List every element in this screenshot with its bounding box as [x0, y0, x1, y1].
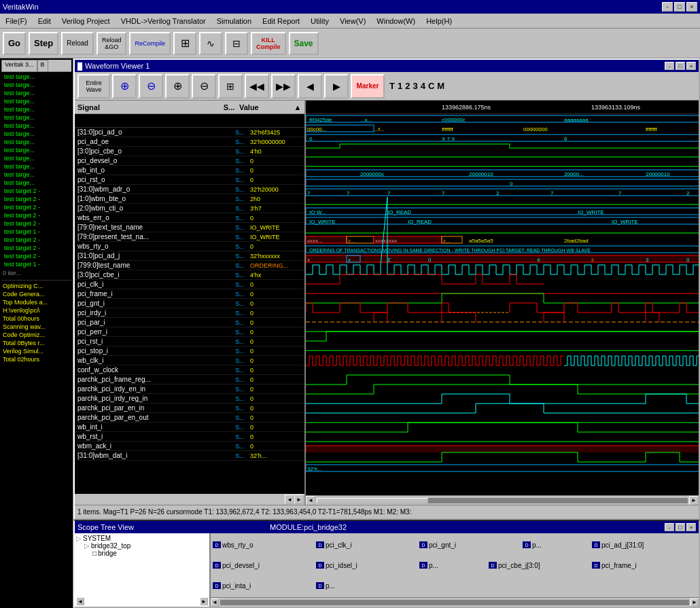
signal-row[interactable]: wb_int_oS...0 [75, 166, 304, 175]
signal-row[interactable]: parchk_pci_frame_reg...S...0 [75, 375, 304, 385]
wave-display[interactable]: 133962886.175ns 133963133.109ns 13396338… [306, 101, 699, 505]
scope-tree-bridge[interactable]: □ bridge [84, 550, 208, 557]
signal-row[interactable]: parchk_pci_irdy_en_inS...0 [75, 385, 304, 394]
scope-tree-system[interactable]: ▷ SYSTEM [76, 535, 208, 542]
go-button[interactable]: Go [3, 32, 26, 55]
toolbar-btn-6[interactable]: ⊟ [225, 32, 248, 55]
menu-edit[interactable]: Edit [35, 16, 54, 26]
scope-sig-name[interactable]: pci_frame_i [601, 562, 637, 569]
signal-row[interactable]: [31:0]wbm_adr_oS...32'h20000 [75, 185, 304, 194]
list-item[interactable]: test targe... [3, 162, 70, 171]
minimize-button[interactable]: - [662, 2, 673, 12]
close-button[interactable]: × [686, 2, 697, 12]
signal-row[interactable]: [31:0]wbm_dat_iS...32'h... [75, 451, 304, 461]
list-item[interactable]: test target 2 - [3, 211, 70, 219]
maximize-button[interactable]: □ [674, 2, 685, 12]
scope-tree-scroll-left[interactable]: ◄ [76, 597, 84, 605]
menu-vhdl-translator[interactable]: VHDL->Verilog Translator [118, 16, 209, 26]
zoom-out2-button[interactable]: ⊖ [192, 74, 216, 99]
reload-button[interactable]: Reload [61, 32, 94, 55]
scope-sig-name[interactable]: pci_inta_i [222, 582, 251, 590]
list-item[interactable]: test target 2 - [3, 236, 70, 244]
wave-scroll-left[interactable]: ◄ [306, 496, 315, 505]
wave-svg-container[interactable]: 6f3425de ...x... c000000c aaaaaaaa c0000… [306, 114, 699, 495]
scope-sig-name[interactable]: pci_gnt_i [429, 541, 456, 549]
list-item[interactable]: test targe... [3, 138, 70, 146]
wave-hscrollbar[interactable]: ◄ ► [306, 495, 699, 505]
signal-row[interactable]: wb_rst_iS...0 [75, 432, 304, 442]
menu-utility[interactable]: Utility [308, 16, 332, 26]
next-next-button[interactable]: ▶▶ [271, 74, 296, 99]
scope-scroll-left[interactable]: ◄ [211, 598, 219, 607]
signal-row[interactable]: pci_gnt_iS...0 [75, 299, 304, 308]
list-item[interactable]: test target 1 - [3, 260, 70, 268]
signal-row[interactable]: wbs_err_oS...0 [75, 213, 304, 223]
list-item[interactable]: test target 2 - [3, 244, 70, 252]
menu-view[interactable]: View(V) [337, 16, 368, 26]
entire-wave-button[interactable]: EntireWave [77, 74, 110, 99]
signal-row[interactable]: wbm_ack_iS...0 [75, 442, 304, 451]
toolbar-btn-5[interactable]: ∿ [199, 32, 222, 55]
zoom-in-button[interactable]: ⊕ [112, 74, 137, 99]
list-item[interactable]: test targe... [3, 171, 70, 179]
wave-scrollbar-track[interactable] [317, 498, 688, 503]
signal-row[interactable]: pci_rst_iS...0 [75, 337, 304, 346]
recompile-button[interactable]: ReCompile [129, 32, 171, 55]
list-item[interactable]: test targe... [3, 122, 70, 130]
list-item[interactable]: test target 2 - [3, 187, 70, 195]
menu-verilog-project[interactable]: Verilog Project [59, 16, 113, 26]
scope-hscrollbar[interactable]: ◄ ► [211, 597, 699, 607]
menu-file[interactable]: File(F) [3, 16, 30, 26]
signal-row[interactable]: [799:0]test_nameS...ORDERING... [75, 261, 304, 270]
menu-window[interactable]: Window(W) [374, 16, 418, 26]
signal-row[interactable]: wb_int_iS...0 [75, 423, 304, 432]
scope-sig-name[interactable]: pci_clk_i [326, 541, 351, 549]
signal-row[interactable]: [1:0]wbm_bte_oS...2h0 [75, 194, 304, 204]
list-item[interactable]: test targe... [3, 73, 70, 81]
menu-edit-report[interactable]: Edit Report [260, 16, 302, 26]
kill-compile-button[interactable]: KILLCompile [251, 32, 286, 55]
signal-row[interactable]: pci_rst_oS...0 [75, 175, 304, 185]
signal-row[interactable]: [79:0]present_test_na...S...IO_WRITE [75, 232, 304, 242]
scope-sig-name[interactable]: pci_idsel_i [326, 562, 357, 569]
signal-row[interactable]: wbs_rty_oS...0 [75, 242, 304, 251]
scope-maximize[interactable]: □ [676, 523, 685, 531]
wave-scrollbar-thumb[interactable] [317, 498, 428, 503]
signal-row[interactable]: pci_stop_iS...0 [75, 346, 304, 356]
prev-button[interactable]: ◀ [298, 74, 322, 99]
scope-sig-name[interactable]: wbs_rty_o [222, 541, 253, 549]
list-item[interactable]: test targe... [3, 179, 70, 187]
signal-row[interactable]: pci_irdy_iS...0 [75, 308, 304, 318]
signal-row[interactable]: pci_par_iS...0 [75, 318, 304, 327]
scroll-left-button[interactable]: ◄ [285, 495, 294, 504]
signal-row[interactable]: pci_perr_iS...0 [75, 327, 304, 337]
list-item[interactable]: test targe... [3, 81, 70, 89]
signal-row[interactable]: pci_clk_iS...0 [75, 280, 304, 289]
signal-scroll-up[interactable]: ▲ [294, 103, 302, 111]
scope-sig-name[interactable]: pci_ad_j[31:0] [601, 541, 644, 549]
signal-row[interactable]: pci_devsel_oS...0 [75, 156, 304, 166]
waveform-close[interactable]: × [686, 62, 696, 70]
signal-row[interactable]: [31:0]pci_ad_oS...32'h6f3425 [75, 128, 304, 137]
scope-scroll-right[interactable]: ► [690, 598, 699, 607]
list-item[interactable]: test target 2 - [3, 203, 70, 211]
wave-scroll-right[interactable]: ► [689, 496, 699, 505]
scope-tree[interactable]: ▷ SYSTEM ▷ bridge32_top □ bridge [75, 533, 211, 607]
scope-tree-scroll[interactable]: ◄ ► [76, 597, 208, 605]
signal-row[interactable]: [79:0]next_test_nameS...IO_WRITE [75, 223, 304, 232]
tab-b[interactable]: B [37, 60, 48, 71]
marker-button[interactable]: Marker [351, 74, 385, 99]
scope-sig-name[interactable]: pci_cbe_j[3:0] [498, 562, 540, 569]
reload-go-button[interactable]: Reload&GO [97, 32, 127, 55]
signal-row[interactable]: conf_w_clockS...0 [75, 365, 304, 375]
signal-row[interactable]: parchk_pci_par_en_inS...0 [75, 404, 304, 413]
list-item[interactable]: test targe... [3, 105, 70, 113]
signal-row[interactable]: [2:0]wbm_cti_oS...3'h7 [75, 204, 304, 213]
scroll-right-button[interactable]: ► [294, 495, 304, 504]
signal-row[interactable]: pci_ad_oeS...32'h0000000 [75, 137, 304, 147]
prev-prev-button[interactable]: ◀◀ [245, 74, 269, 99]
zoom-in2-button[interactable]: ⊕ [165, 74, 190, 99]
waveform-minimize[interactable]: - [665, 62, 674, 70]
scope-tree-bridge32[interactable]: ▷ bridge32_top □ bridge [76, 542, 208, 557]
list-item[interactable]: test targe... [3, 146, 70, 154]
